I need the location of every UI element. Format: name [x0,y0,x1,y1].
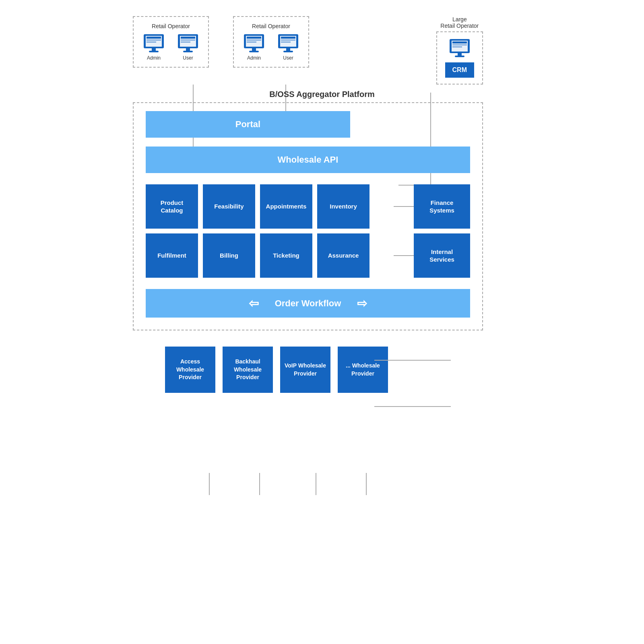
svg-rect-20 [149,51,159,52]
provider-access: Access Wholesale Provider [165,347,215,393]
boss-container: Portal Wholesale API Product Catalog Fea… [133,102,483,330]
connector-internal [394,255,414,256]
svg-rect-17 [147,39,161,41]
module-ticketing: Ticketing [260,233,312,278]
admin-label-1: Admin [147,55,161,61]
right-box-internal: Internal Services [414,233,470,278]
boss-title: B/OSS Aggregator Platform [101,90,543,99]
svg-rect-48 [455,56,464,57]
connector-finance [394,206,414,207]
module-assurance: Assurance [317,233,369,278]
arrow-left-icon: ⇦ [249,296,259,310]
svg-rect-19 [152,48,156,51]
user-monitor-2: User [276,33,300,61]
monitor-icon-large-operator [448,38,472,58]
module-product-catalog: Product Catalog [146,184,198,229]
svg-rect-34 [249,51,259,52]
svg-rect-32 [247,41,256,43]
retail-operator-2: Retail Operator Admin [233,16,309,68]
order-workflow-bar: ⇦ Order Workflow ⇨ [146,289,470,318]
arrow-right-icon: ⇨ [357,296,367,310]
module-inventory: Inventory [317,184,369,229]
svg-rect-24 [181,39,195,41]
svg-rect-47 [458,53,462,56]
admin-monitor-1: Admin [142,33,166,61]
diagram-wrapper: Retail Operator Admin [101,0,543,393]
monitor-icon-admin-2 [242,33,266,54]
svg-rect-18 [147,41,156,43]
provider-other: ... Wholesale Provider [338,347,388,393]
svg-rect-39 [281,41,291,43]
modules-row: Product Catalog Feasibility Appoint­ment… [146,184,470,278]
provider-voip: VoIP Wholesale Provider [280,347,330,393]
right-box-finance: Finance Systems [414,184,470,229]
svg-rect-16 [147,37,161,39]
module-feasibility: Feasibility [203,184,255,229]
retail-operator-1-label: Retail Operator [142,23,200,29]
portal-bar: Portal [146,111,350,138]
right-boxes: Finance Systems Internal Services [394,184,470,278]
svg-rect-41 [283,51,293,52]
svg-rect-25 [181,41,190,43]
monitor-icon-user-2 [276,33,300,54]
svg-rect-33 [252,48,256,51]
user-label-1: User [183,55,193,61]
svg-rect-23 [181,37,195,39]
svg-rect-46 [452,46,462,47]
modules-grid: Product Catalog Feasibility Appoint­ment… [146,184,369,278]
boss-section: B/OSS Aggregator Platform Portal Wholesa… [101,90,543,330]
svg-rect-31 [247,39,261,41]
module-fulfilment: Fulfilment [146,233,198,278]
module-billing: Billing [203,233,255,278]
retail-operator-2-label: Retail Operator [242,23,300,29]
large-retail-operator: Large Retail Operator CRM [436,16,483,85]
wholesale-api-bar: Wholesale API [146,147,470,173]
large-retail-operator-label: Large Retail Operator [436,16,483,29]
svg-rect-37 [281,37,295,39]
svg-rect-40 [286,48,290,51]
svg-rect-45 [452,44,467,45]
svg-rect-30 [247,37,261,39]
providers-section: Access Wholesale Provider Backhaul Whole… [101,347,543,393]
module-appointments: Appoint­ments [260,184,312,229]
monitor-icon-user-1 [176,33,200,54]
provider-backhaul: Backhaul Wholesale Provider [223,347,273,393]
crm-box: CRM [445,62,474,78]
order-workflow-label: Order Workflow [275,298,341,309]
admin-monitor-2: Admin [242,33,266,61]
user-monitor-1: User [176,33,200,61]
admin-label-2: Admin [247,55,261,61]
svg-rect-38 [281,39,295,41]
monitor-icon-admin-1 [142,33,166,54]
retail-operator-1: Retail Operator Admin [133,16,209,68]
svg-rect-27 [183,51,193,52]
svg-rect-26 [186,48,190,51]
user-label-2: User [283,55,293,61]
svg-rect-44 [452,41,467,43]
